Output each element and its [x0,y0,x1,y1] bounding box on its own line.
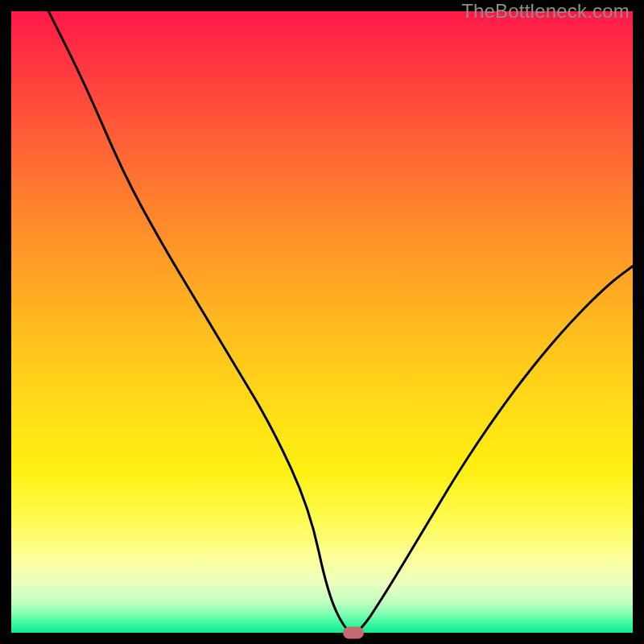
bottleneck-curve [11,11,633,633]
chart-container: TheBottleneck.com [0,0,644,644]
optimal-point-marker [343,627,364,639]
watermark-text: TheBottleneck.com [461,0,630,23]
plot-area [11,11,633,633]
